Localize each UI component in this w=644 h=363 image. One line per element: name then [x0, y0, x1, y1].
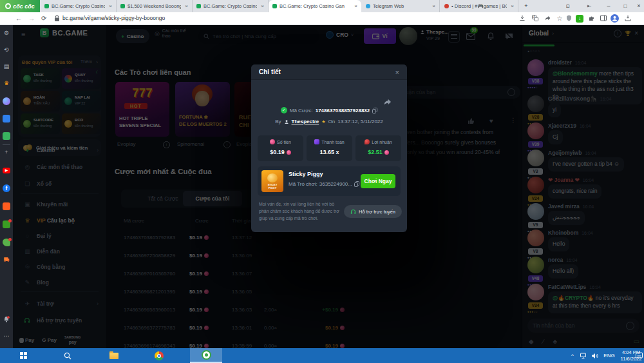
tray-expand-icon[interactable]: ^ [568, 348, 577, 363]
profile-avatar-icon[interactable] [611, 14, 619, 23]
more-options-icon[interactable]: ⋯ [0, 333, 13, 340]
download-manager-icon[interactable]: ↓ [576, 15, 583, 23]
games-gamepad-icon[interactable] [3, 132, 10, 140]
lock-icon[interactable] [54, 15, 60, 22]
volume-icon[interactable] [589, 348, 600, 363]
tab-title: • Discord | #🎮games | BC G [451, 3, 507, 9]
window-close-button[interactable]: × [634, 0, 644, 12]
game-info-card: STICKYPIGGY Sticky Piggy Mã Trò chơi:363… [258, 166, 401, 196]
tiki-icon[interactable] [3, 202, 10, 210]
bet-id-row: ✓ Mã Cược: 1748637038857928832 [251, 107, 407, 113]
copy-icon[interactable] [354, 181, 359, 187]
taskbar-search-icon[interactable] [61, 348, 75, 363]
on-label: On [328, 119, 336, 124]
url-bar[interactable]: bc.game/vi/game/sticky-piggy-by-booongo [62, 12, 165, 25]
share-icon[interactable] [544, 15, 552, 23]
sticky-piggy-thumbnail[interactable]: STICKYPIGGY [261, 170, 283, 192]
youtube-icon[interactable]: ▶ [3, 168, 10, 173]
tab-close-icon[interactable]: × [354, 3, 357, 9]
capture-icon[interactable]: ⊡ [562, 0, 574, 12]
copy-icon[interactable] [372, 108, 377, 113]
bet-author-row: By Thespectre ★ On 13:37:12, 5/11/2022 [251, 119, 407, 124]
play-now-button[interactable]: Chơi Ngay [361, 174, 395, 188]
tab-close-icon[interactable]: × [261, 3, 264, 9]
start-button[interactable] [17, 348, 30, 363]
shop-icon[interactable] [3, 221, 10, 228]
downloads-tray-icon[interactable] [625, 15, 632, 23]
tab-search-icon[interactable]: ⇤ [583, 0, 596, 12]
amount-icon [270, 139, 275, 144]
coccoc-sidebar: ⚙ ⟲ ▤ ♛ + ▶ f ⛟ ⋯ [0, 25, 13, 348]
brand-label: cốc cốc [13, 3, 35, 10]
facebook-icon[interactable]: f [3, 184, 10, 192]
action-center-icon[interactable] [634, 348, 644, 363]
save-page-icon[interactable] [519, 15, 527, 23]
tab-title: BC.Game: Crypto Casino Gan [52, 3, 105, 9]
network-icon[interactable] [578, 348, 589, 363]
game-id-row: Mã Trò chơi:3635224900... [289, 181, 359, 187]
browser-tab-5[interactable]: Telegram Web × [362, 0, 440, 12]
notifications-bell-icon[interactable] [0, 316, 13, 323]
cart-icon[interactable]: ⛟ [0, 257, 13, 264]
adblock-shield-icon[interactable] [566, 15, 574, 23]
tab-title: BC.Game: Crypto Casino Gan [279, 3, 350, 9]
bookmark-star-icon[interactable]: ☆ [556, 15, 564, 23]
tab-title: Telegram Web [373, 3, 428, 9]
modal-close-icon[interactable]: × [395, 68, 399, 76]
bcgame-favicon [272, 4, 277, 8]
share-bet-icon[interactable] [383, 98, 392, 106]
windows-taskbar: ^ ENG 4:04 PM 11/6/2022 [0, 348, 644, 363]
bet-datetime: 13:37:12, 5/11/2022 [337, 119, 383, 124]
history-icon[interactable]: ⟲ [0, 46, 13, 54]
messenger-icon[interactable] [3, 97, 10, 105]
zalo-icon[interactable] [3, 115, 10, 123]
stat-amount: Số tiền $0.19 [258, 135, 303, 161]
sidebar-toggle-icon[interactable] [600, 15, 608, 23]
bet-details-modal: Chi tiết × ✓ Mã Cược: 174863703885792883… [251, 64, 407, 232]
bet-id-label: Mã Cược: [290, 108, 313, 113]
window-maximize-button[interactable]: □ [618, 0, 632, 12]
browser-tab-4-active[interactable]: BC.Game: Crypto Casino Gan × [269, 0, 361, 12]
discord-favicon [444, 4, 449, 8]
back-button[interactable]: ← [15, 12, 22, 25]
new-tab-button[interactable]: + [520, 0, 532, 12]
language-indicator[interactable]: ENG [601, 348, 617, 363]
chrome-icon[interactable] [152, 348, 166, 363]
browser-tab-6[interactable]: • Discord | #🎮games | BC G × [440, 0, 518, 12]
bcgame-favicon [44, 4, 49, 8]
extensions-icon[interactable] [589, 15, 596, 23]
modal-header: Chi tiết × [251, 64, 407, 80]
translate-icon[interactable]: A [532, 15, 540, 23]
live-support-button[interactable]: Hỗ trợ trực tuyến [344, 205, 402, 218]
fresh-food-icon[interactable] [3, 239, 10, 246]
modal-title: Chi tiết [259, 68, 281, 75]
bet-username-link[interactable]: Thespectre [292, 119, 319, 124]
forward-button[interactable]: → [28, 12, 35, 25]
bcgame-favicon [196, 4, 201, 8]
browser-tab-3[interactable]: BC.Game: Crypto Casino Gan × [193, 0, 269, 12]
browser-tab-strip: cốc cốc BC.Game: Crypto Casino Gan × $1,… [0, 0, 644, 12]
person-icon [284, 119, 289, 124]
support-note: Mọi vấn đề, xin vui lòng liên hệ với bộ … [259, 201, 341, 222]
strip-divider [3, 144, 10, 145]
reload-button[interactable]: ⟳ [41, 12, 46, 25]
browser-tab-2[interactable]: $1,500 Weekend Booongo M × [117, 0, 193, 12]
stat-profit: Lợi nhuận $2.51 [355, 135, 401, 161]
tab-close-icon[interactable]: × [109, 3, 112, 9]
add-shortcut-icon[interactable]: + [0, 149, 13, 156]
window-minimize-button[interactable]: – [601, 0, 616, 12]
tab-title: BC.Game: Crypto Casino Gan [204, 3, 257, 9]
tab-close-icon[interactable]: × [185, 3, 188, 9]
bcgame-favicon [120, 4, 125, 8]
bet-id-value: 1748637038857928832 [316, 108, 370, 113]
tab-close-icon[interactable]: × [432, 3, 435, 9]
tab-close-icon[interactable]: × [511, 3, 514, 9]
screen: cốc cốc BC.Game: Crypto Casino Gan × $1,… [0, 0, 644, 363]
settings-gear-icon[interactable]: ⚙ [0, 30, 13, 37]
vip-crown-icon[interactable]: ♛ [0, 80, 13, 87]
coin-icon [287, 150, 291, 155]
coccoc-taskbar-icon-active[interactable] [190, 348, 222, 363]
reading-list-icon[interactable]: ▤ [0, 63, 13, 70]
browser-tab-1[interactable]: BC.Game: Crypto Casino Gan × [41, 0, 117, 12]
file-explorer-icon[interactable] [107, 348, 121, 363]
